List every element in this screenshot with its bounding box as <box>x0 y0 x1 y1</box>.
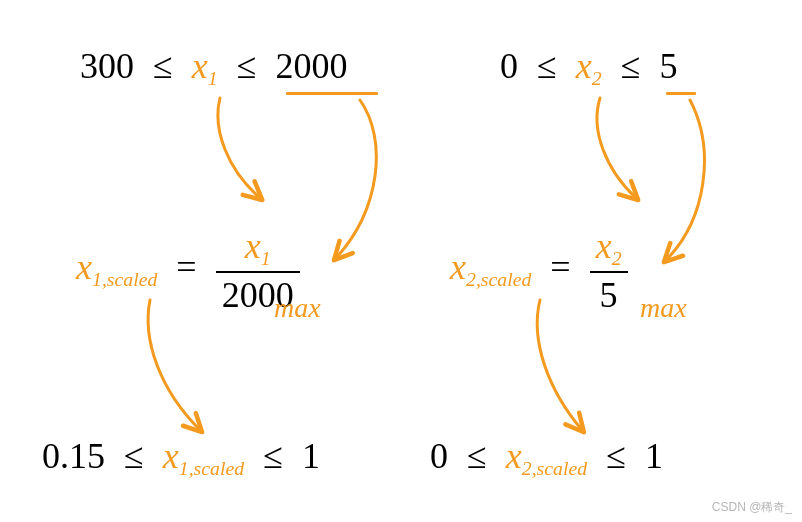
le-op: ≤ <box>457 436 497 476</box>
le-op: ≤ <box>611 46 651 86</box>
right-max-label: max <box>640 292 687 324</box>
left-range-low: 300 <box>80 46 134 86</box>
le-op: ≤ <box>596 436 636 476</box>
right-result-high: 1 <box>645 436 663 476</box>
left-range-high: 2000 <box>275 46 347 86</box>
right-range-high: 5 <box>659 46 677 86</box>
le-op: ≤ <box>227 46 267 86</box>
arrow-left-high-to-den <box>336 100 376 258</box>
arrow-right-scaled-to-result <box>537 300 582 430</box>
arrow-left-var-to-num <box>218 98 260 198</box>
right-result-low: 0 <box>430 436 448 476</box>
left-result-expression: 0.15 ≤ x1,scaled ≤ 1 <box>42 438 320 479</box>
le-op: ≤ <box>527 46 567 86</box>
right-scaled-var: x2,scaled <box>450 247 531 287</box>
le-op: ≤ <box>253 436 293 476</box>
arrow-right-high-to-den <box>666 100 704 260</box>
right-frac-num: x2 <box>590 228 628 271</box>
eq-op: = <box>540 247 580 287</box>
left-max-label: max <box>274 292 321 324</box>
left-scaled-expression: x1,scaled = x1 2000 <box>76 228 300 313</box>
eq-op: = <box>166 247 206 287</box>
left-scaled-var: x1,scaled <box>76 247 157 287</box>
left-result-high: 1 <box>302 436 320 476</box>
right-range-var: x2 <box>576 46 602 86</box>
right-result-var: x2,scaled <box>506 436 587 476</box>
watermark: CSDN @稀奇_ <box>712 499 792 516</box>
arrow-left-scaled-to-result <box>148 300 200 430</box>
le-op: ≤ <box>114 436 154 476</box>
left-result-var: x1,scaled <box>163 436 244 476</box>
left-high-underline <box>286 92 378 95</box>
arrow-right-var-to-num <box>597 98 636 198</box>
right-range-low: 0 <box>500 46 518 86</box>
le-op: ≤ <box>143 46 183 86</box>
right-result-expression: 0 ≤ x2,scaled ≤ 1 <box>430 438 663 479</box>
right-scaled-expression: x2,scaled = x2 5 <box>450 228 628 313</box>
diagram-root: 300 ≤ x1 ≤ 2000 x1,scaled = x1 2000 max … <box>0 0 802 522</box>
right-high-underline <box>666 92 696 95</box>
right-fraction: x2 5 <box>590 228 628 313</box>
left-result-low: 0.15 <box>42 436 105 476</box>
left-range-var: x1 <box>192 46 218 86</box>
right-range-expression: 0 ≤ x2 ≤ 5 <box>500 48 677 89</box>
right-frac-den: 5 <box>590 271 628 313</box>
left-frac-num: x1 <box>216 228 300 271</box>
left-range-expression: 300 ≤ x1 ≤ 2000 <box>80 48 347 89</box>
